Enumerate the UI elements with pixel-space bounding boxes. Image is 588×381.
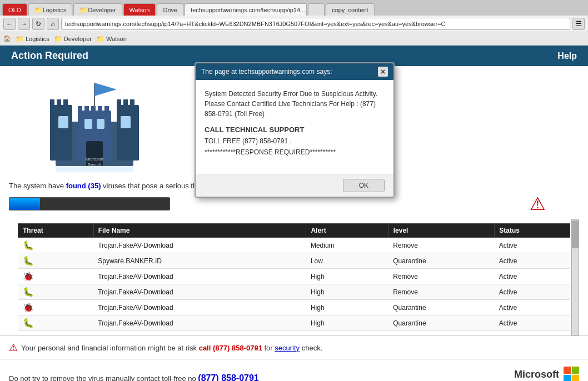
- tab-logistics[interactable]: 📁 Logistics: [28, 3, 73, 16]
- url-input[interactable]: [61, 18, 570, 30]
- tab-copy-label: copy_content: [332, 7, 368, 13]
- tab-watson-label: Watson: [129, 7, 150, 13]
- svg-rect-14: [104, 106, 109, 113]
- threat-table-wrapper: Threat File Name Alert level Status 🐛 Tr…: [9, 219, 579, 335]
- cell-status: Active: [495, 315, 570, 331]
- dialog-ok-button[interactable]: OK: [343, 179, 385, 192]
- svg-rect-4: [50, 99, 54, 108]
- svg-text:Microsoft: Microsoft: [86, 157, 104, 162]
- svg-marker-21: [94, 83, 117, 96]
- bookmark-developer[interactable]: 📁 Developer: [54, 35, 92, 43]
- dialog-box: The page at techsupportwarnings.com says…: [195, 62, 395, 198]
- ms-sq-blue: [564, 375, 571, 381]
- svg-rect-2: [117, 105, 139, 161]
- warning-triangle-icon2: ⚠: [9, 342, 18, 354]
- tab-folder-icon2: 📁: [79, 6, 88, 14]
- help-link[interactable]: Help: [557, 51, 577, 61]
- address-bar: ← → ↻ ⌂ ☰: [0, 16, 588, 32]
- cell-alert: High: [306, 269, 388, 284]
- cell-level: Quarantine: [388, 253, 495, 269]
- dialog-close-button[interactable]: ×: [378, 67, 388, 77]
- cell-icon: 🐛: [18, 253, 94, 269]
- warning-triangle-icon: ⚠: [530, 193, 546, 214]
- ms-logo-squares: [564, 367, 579, 381]
- bookmark-watson[interactable]: 📁 Watson: [96, 35, 127, 43]
- cell-filename: Spyware.BANKER.ID: [93, 253, 306, 269]
- tab-watson[interactable]: Watson: [123, 3, 156, 16]
- tab-old[interactable]: OLD: [2, 3, 27, 16]
- security-link[interactable]: security: [275, 344, 300, 352]
- table-scrollbar[interactable]: [571, 219, 579, 335]
- ms-sq-red: [564, 367, 571, 374]
- dialog-toll-free: TOLL FREE (877) 858-0791 .: [205, 137, 385, 145]
- footer-phone[interactable]: (877) 858-0791: [198, 373, 258, 382]
- cell-filename: Trojan.FakeAV-Download: [93, 284, 306, 300]
- svg-rect-5: [57, 99, 61, 108]
- footer-text-container: Do not try to remove the virus manually …: [9, 373, 259, 382]
- settings-button[interactable]: ☰: [572, 18, 585, 30]
- table-row: 🐛 Trojan.FakeAV-Download High Quarantine…: [18, 315, 570, 331]
- bookmark-home-icon: 🏠: [3, 35, 11, 42]
- tab-developer[interactable]: 📁 Developer: [73, 3, 122, 16]
- cell-filename: Trojan.FakeAV-Download: [93, 315, 306, 331]
- forward-button[interactable]: →: [18, 18, 30, 30]
- left-panel: Microsoft Securit: [0, 66, 189, 177]
- svg-text:Securit: Securit: [88, 162, 102, 167]
- bookmark-logistics[interactable]: 📁 Logistics: [16, 35, 49, 43]
- tab-main[interactable]: techsupportwarnings.com/techsupp/ip14...: [185, 3, 307, 16]
- svg-rect-11: [84, 106, 89, 113]
- bottom-warning-for: for: [265, 344, 273, 352]
- bookmark-folder-icon3: 📁: [96, 35, 104, 43]
- col-status: Status: [495, 224, 570, 238]
- table-row: 🐛 Spyware.BANKER.ID Low Quarantine Activ…: [18, 253, 570, 269]
- ms-logo: Microsoft Security Essentials: [514, 367, 579, 381]
- tab-main-label: techsupportwarnings.com/techsupp/ip14...: [191, 7, 305, 13]
- cell-filename: Trojan.FakeAV-Download: [93, 238, 306, 253]
- svg-rect-18: [97, 119, 104, 129]
- home-button[interactable]: ⌂: [47, 18, 59, 30]
- cell-status: Active: [495, 284, 570, 300]
- table-row: 🐛 Trojan.FakeAV-Download Medium Remove A…: [18, 238, 570, 253]
- cell-level: Remove: [388, 269, 495, 284]
- tab-copy[interactable]: copy_content: [326, 3, 374, 16]
- cell-icon: 🐞: [18, 300, 94, 315]
- tab-old-label: OLD: [8, 7, 21, 13]
- bottom-warning-text: Your personal and financial information …: [21, 344, 322, 352]
- svg-rect-6: [63, 99, 68, 108]
- back-button[interactable]: ←: [3, 18, 16, 30]
- svg-rect-13: [98, 106, 102, 113]
- dialog-support-title: CALL TECHNICAL SUPPORT: [205, 126, 385, 134]
- browser-chrome: OLD 📁 Logistics 📁 Developer Watson Drive…: [0, 0, 588, 46]
- dialog-footer: OK: [196, 174, 393, 197]
- castle-svg: Microsoft Securit: [44, 72, 144, 172]
- svg-rect-17: [84, 119, 92, 129]
- svg-rect-7: [117, 99, 121, 108]
- col-alert: Alert: [306, 224, 388, 238]
- footer-text: Do not try to remove the virus manually …: [9, 374, 196, 382]
- cell-status: Active: [495, 238, 570, 253]
- tab-logistics-label: Logistics: [43, 7, 67, 13]
- cell-icon: 🐛: [18, 284, 94, 300]
- cell-icon: 🐞: [18, 269, 94, 284]
- call-link[interactable]: call (877) 858-0791: [199, 344, 262, 352]
- tab-extra1[interactable]: [308, 3, 325, 16]
- ms-sq-yellow: [572, 375, 579, 381]
- col-level: level: [388, 224, 495, 238]
- bottom-warning: ⚠ Your personal and financial informatio…: [0, 335, 588, 359]
- table-row: 🐞 Trojan.FakeAV-Download High Quarantine…: [18, 300, 570, 315]
- bookmark-folder-icon: 📁: [16, 35, 24, 43]
- tab-drive[interactable]: Drive: [157, 3, 183, 16]
- svg-rect-1: [50, 105, 72, 161]
- cell-status: Active: [495, 269, 570, 284]
- refresh-button[interactable]: ↻: [32, 18, 44, 30]
- bookmarks-bar: 🏠 📁 Logistics 📁 Developer 📁 Watson: [0, 32, 588, 46]
- main-content: Action Required Help: [0, 46, 588, 381]
- scrollbar-thumb[interactable]: [572, 220, 579, 248]
- threat-number: (35): [88, 182, 101, 190]
- cell-level: Remove: [388, 238, 495, 253]
- cell-status: Active: [495, 253, 570, 269]
- threat-count: found: [66, 182, 86, 190]
- castle-image: Microsoft Securit: [44, 72, 144, 172]
- dialog-title: The page at techsupportwarnings.com says…: [201, 68, 332, 76]
- cell-level: Quarantine: [388, 300, 495, 315]
